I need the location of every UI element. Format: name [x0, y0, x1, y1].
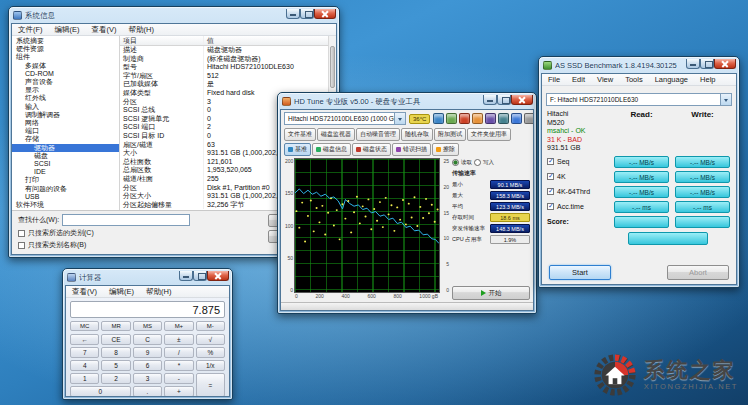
menu-edit[interactable]: Edit	[566, 75, 591, 84]
maximize-icon[interactable]	[700, 59, 714, 69]
menu-view[interactable]: View	[591, 75, 619, 84]
tree-item[interactable]: 红外线	[12, 94, 119, 102]
hdtune-tab-item[interactable]: 随机存取	[401, 128, 433, 141]
seq-checkbox[interactable]	[547, 158, 554, 165]
calc-key-2[interactable]: 2	[101, 373, 130, 384]
tree-item[interactable]: 存储	[12, 135, 119, 143]
calc-key-3[interactable]: 3	[133, 373, 162, 384]
save-icon[interactable]	[433, 113, 444, 124]
calc-key-9[interactable]: 9	[133, 347, 162, 358]
menu-help[interactable]: Help	[694, 75, 721, 84]
find-input[interactable]	[62, 214, 190, 226]
minimize-icon[interactable]	[686, 59, 700, 69]
menu-v[interactable]: 查看(V)	[66, 287, 103, 297]
calc-key-item[interactable]: √	[196, 334, 225, 345]
menu-v[interactable]: 查看(V)	[86, 25, 123, 35]
tree-item[interactable]: 打印	[12, 176, 119, 184]
minimize-icon[interactable]	[483, 95, 497, 105]
tree-item[interactable]: 软件环境	[12, 201, 119, 209]
search-selected-category-checkbox[interactable]	[18, 230, 25, 237]
hdtune-tab-item[interactable]: 文件基准	[284, 128, 316, 141]
calc-key-item[interactable]: %	[196, 347, 225, 358]
close-icon[interactable]	[207, 271, 229, 281]
calc-key-ms[interactable]: MS	[133, 321, 162, 331]
tree-item[interactable]: 输入	[12, 103, 119, 111]
tree-item[interactable]: CD-ROM	[12, 70, 119, 78]
calc-key-5[interactable]: 5	[101, 360, 130, 371]
hdtune-tab-item[interactable]: 磁盘监视器	[317, 128, 355, 141]
screenshot-icon[interactable]	[459, 113, 470, 124]
printer-icon[interactable]	[472, 113, 483, 124]
minimize-icon[interactable]	[286, 9, 300, 19]
sysinfo-titlebar[interactable]: 系统信息	[11, 9, 337, 23]
calc-key-item[interactable]: -	[164, 373, 193, 384]
menu-language[interactable]: Language	[649, 75, 694, 84]
tree-item[interactable]: 端口	[12, 127, 119, 135]
close-icon[interactable]	[714, 59, 736, 69]
read-radio[interactable]	[452, 159, 459, 166]
drive-select[interactable]: Hitachi HDS721010DLE630 (1000 GB)	[284, 112, 406, 125]
maximize-icon[interactable]	[193, 271, 207, 281]
write-radio[interactable]	[474, 159, 481, 166]
options-icon[interactable]	[498, 113, 509, 124]
hdtune-tab-item[interactable]: 擦除	[432, 143, 459, 156]
menu-tools[interactable]: Tools	[619, 75, 649, 84]
calc-key-item[interactable]: =	[196, 373, 225, 397]
calc-key-4[interactable]: 4	[70, 360, 99, 371]
calc-key-item[interactable]: ±	[164, 334, 193, 345]
tree-item[interactable]: 有问题的设备	[12, 185, 119, 193]
calculator-titlebar[interactable]: 计算器	[65, 271, 230, 285]
tree-item[interactable]: 磁盘	[12, 152, 119, 160]
search-category-names-checkbox[interactable]	[18, 242, 25, 249]
maximize-icon[interactable]	[497, 95, 511, 105]
menu-file[interactable]: File	[542, 75, 566, 84]
tree-item[interactable]: 硬件资源	[12, 45, 119, 53]
copy-icon[interactable]	[446, 113, 457, 124]
asssd-drive-select[interactable]: F: Hitachi HDS721010DLE630	[546, 93, 732, 106]
tree-item[interactable]: USB	[12, 193, 119, 201]
close-icon[interactable]	[511, 95, 533, 105]
calc-key-8[interactable]: 8	[101, 347, 130, 358]
hdtune-tab-item[interactable]: 磁盘信息	[312, 143, 351, 156]
calc-key-1[interactable]: 1	[70, 373, 99, 384]
tree-item[interactable]: 系统摘要	[12, 37, 119, 45]
minimize-icon[interactable]	[179, 271, 193, 281]
calc-key-m[interactable]: M-	[196, 321, 225, 331]
calc-key-c[interactable]: C	[133, 334, 162, 345]
calc-key-item[interactable]: +	[164, 386, 193, 397]
tree-item[interactable]: 声音设备	[12, 78, 119, 86]
close-icon[interactable]	[314, 9, 336, 19]
hdtune-tab-item[interactable]: 附加测试	[434, 128, 466, 141]
calc-key-mr[interactable]: MR	[101, 321, 130, 331]
calc-key-7[interactable]: 7	[70, 347, 99, 358]
4k-64thrd-checkbox[interactable]	[547, 188, 554, 195]
table-row[interactable]: 描述磁盘驱动器	[120, 46, 328, 55]
tree-item[interactable]: SCSI	[12, 160, 119, 168]
text-file-icon[interactable]	[485, 113, 496, 124]
hdtune-titlebar[interactable]: HD Tune 专业版 v5.00 - 硬盘专业工具	[280, 95, 534, 109]
hdtune-tab-item[interactable]: 错误扫描	[392, 143, 431, 156]
tree-item[interactable]: 网络	[12, 119, 119, 127]
maximize-icon[interactable]	[300, 9, 314, 19]
scrollbar-thumb[interactable]	[330, 46, 335, 88]
hdtune-tab-item[interactable]: 磁盘状态	[352, 143, 391, 156]
hdtune-tab-item[interactable]: 文件夹使用率	[467, 128, 511, 141]
asssd-titlebar[interactable]: AS SSD Benchmark 1.8.4194.30125	[541, 59, 737, 73]
calc-key-item[interactable]: *	[164, 360, 193, 371]
menu-e[interactable]: 编辑(E)	[49, 25, 86, 35]
info-icon[interactable]	[511, 113, 522, 124]
tree-item[interactable]: 显示	[12, 86, 119, 94]
menu-h[interactable]: 帮助(H)	[123, 25, 160, 35]
start-button[interactable]: Start	[549, 265, 611, 280]
calc-key-m[interactable]: M+	[164, 321, 193, 331]
tree-item[interactable]: 多媒体	[12, 62, 119, 70]
menu-h[interactable]: 帮助(H)	[140, 287, 177, 297]
table-row[interactable]: 字节/扇区512	[120, 72, 328, 81]
tree-item[interactable]: 调制解调器	[12, 111, 119, 119]
calc-key-6[interactable]: 6	[133, 360, 162, 371]
start-benchmark-button[interactable]: 开始	[452, 286, 530, 300]
menu-e[interactable]: 编辑(E)	[103, 287, 140, 297]
calc-key-ce[interactable]: CE	[101, 334, 130, 345]
tree-item[interactable]: 驱动器	[12, 144, 119, 152]
calc-key-0[interactable]: 0	[70, 386, 131, 397]
